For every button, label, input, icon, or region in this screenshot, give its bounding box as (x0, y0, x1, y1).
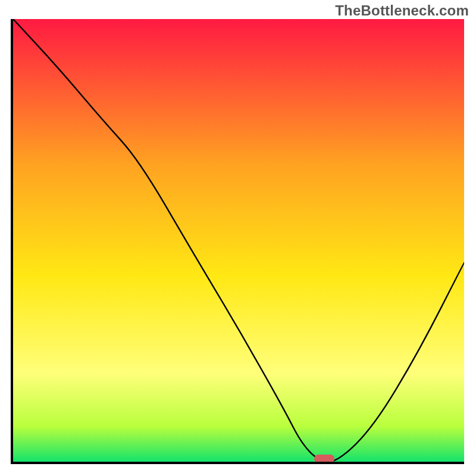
plot-area (11, 19, 464, 464)
watermark-text: TheBottleneck.com (335, 2, 469, 19)
chart-container: TheBottleneck.com (0, 0, 476, 476)
bottleneck-curve (13, 19, 464, 462)
optimal-marker (314, 455, 334, 463)
